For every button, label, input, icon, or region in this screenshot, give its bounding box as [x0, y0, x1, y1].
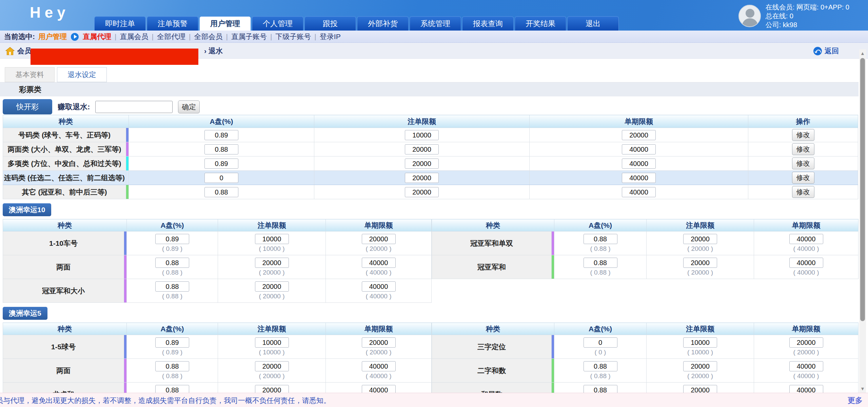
value-box[interactable]: 20000: [255, 361, 289, 371]
value-box[interactable]: 0.89: [204, 159, 238, 169]
value-box[interactable]: 0: [204, 173, 238, 183]
value-box[interactable]: 0.89: [155, 234, 189, 244]
value-box[interactable]: 40000: [362, 361, 396, 371]
nav-tab-2[interactable]: 注单预警: [147, 16, 198, 31]
scrollbar-thumb[interactable]: [860, 58, 865, 321]
category-cell: 号码类 (球号、车号、正码等): [3, 128, 126, 142]
nav-tab-6[interactable]: 外部补货: [357, 16, 409, 31]
subnav-item[interactable]: 登录IP: [320, 33, 341, 40]
modify-button[interactable]: 修改: [792, 143, 814, 155]
value-box[interactable]: 40000: [622, 173, 656, 183]
value-cell: 20000: [314, 171, 530, 185]
value-box[interactable]: 0.88: [204, 187, 238, 197]
previous-value: ( 40000 ): [326, 293, 431, 300]
value-box[interactable]: 0.88: [584, 361, 617, 371]
subnav-item[interactable]: 下级子账号: [275, 33, 311, 40]
subnav-item[interactable]: 直属会员: [120, 33, 148, 40]
lucky5-tag[interactable]: 澳洲幸运5: [3, 307, 47, 320]
scroll-down-icon[interactable]: ▼: [859, 385, 866, 392]
col-header: 单期限额: [754, 219, 859, 232]
category-cell: 两面类 (大小、单双、龙虎、三军等): [3, 142, 126, 156]
lucky10-tables: 种类A盘(%)注单限额单期限额1-10车号0.89( 0.89 )10000( …: [3, 219, 859, 303]
value-box[interactable]: 20000: [362, 337, 396, 348]
col-header: A盘(%): [554, 219, 647, 232]
value-box[interactable]: 0.88: [155, 361, 189, 371]
value-box[interactable]: 10000: [683, 337, 717, 348]
lucky10-tag[interactable]: 澳洲幸运10: [3, 203, 51, 216]
home-icon: [5, 47, 15, 56]
value-box[interactable]: 20000: [255, 258, 289, 268]
value-box[interactable]: 40000: [789, 361, 823, 371]
value-box[interactable]: 20000: [405, 159, 439, 169]
value-box[interactable]: 40000: [789, 258, 823, 268]
back-button[interactable]: ⤺ 返回: [813, 46, 839, 56]
subnav-item[interactable]: 全部会员: [194, 33, 222, 40]
subnav-item[interactable]: 全部代理: [157, 33, 185, 40]
value-box[interactable]: 20000: [683, 361, 717, 371]
category-color-bar: [124, 232, 127, 255]
value-box[interactable]: 0.88: [155, 281, 189, 292]
modify-button[interactable]: 修改: [792, 158, 814, 169]
value-box[interactable]: 20000: [622, 130, 656, 140]
value-box[interactable]: 20000: [255, 281, 289, 292]
page-tab-2[interactable]: 退水设定: [57, 67, 107, 82]
previous-value: ( 20000 ): [218, 372, 326, 380]
category-cell: 两面: [3, 255, 124, 279]
nav-tab-7[interactable]: 系统管理: [410, 16, 461, 31]
nav-tab-1[interactable]: 即时注单: [94, 16, 146, 31]
value-box[interactable]: 0.88: [204, 144, 238, 154]
value-box[interactable]: 40000: [362, 258, 396, 268]
action-cell: 修改: [748, 185, 858, 199]
value-box[interactable]: 20000: [683, 258, 717, 268]
value-box[interactable]: 20000: [683, 234, 717, 244]
category-color-bar: [124, 359, 127, 383]
quick-lottery-button[interactable]: 快开彩: [3, 99, 52, 114]
value-box[interactable]: 40000: [622, 159, 656, 169]
value-box[interactable]: 40000: [362, 281, 396, 292]
value-box[interactable]: 0: [584, 337, 617, 348]
table-row: 冠亚军和0.88( 0.88 )20000( 20000 )40000( 400…: [432, 255, 859, 279]
value-box[interactable]: 10000: [255, 234, 289, 244]
previous-value: ( 20000 ): [326, 245, 431, 253]
value-box[interactable]: 0.89: [204, 130, 238, 140]
subnav-item-active[interactable]: 直属代理: [83, 32, 111, 41]
page-tab-1[interactable]: 基本资料: [5, 67, 55, 82]
confirm-button[interactable]: 确定: [178, 100, 200, 113]
nav-tab-3[interactable]: 用户管理: [199, 16, 251, 31]
modify-button[interactable]: 修改: [792, 186, 814, 198]
col-header: A盘(%): [127, 323, 218, 335]
previous-value: ( 40000 ): [754, 269, 858, 276]
value-box[interactable]: 40000: [622, 187, 656, 197]
value-cell: 0.88( 0.88 ): [554, 255, 647, 279]
subnav-separator: |: [152, 33, 153, 40]
vertical-scrollbar[interactable]: ▲ ▼: [859, 49, 866, 393]
value-cell: 0.88( 0.88 ): [554, 359, 647, 383]
value-box[interactable]: 40000: [622, 144, 656, 154]
value-box[interactable]: 0.88: [155, 258, 189, 268]
previous-value: ( 20000 ): [754, 349, 858, 356]
value-box[interactable]: 20000: [405, 187, 439, 197]
nav-tab-10[interactable]: 退出: [567, 16, 619, 31]
subnav-item[interactable]: 直属子账号: [231, 33, 267, 40]
nav-tab-5[interactable]: 跟投: [304, 16, 356, 31]
value-box[interactable]: 20000: [405, 173, 439, 183]
value-box[interactable]: 40000: [789, 234, 823, 244]
value-box[interactable]: 10000: [255, 337, 289, 348]
col-header: 操作: [748, 115, 858, 128]
nav-tab-9[interactable]: 开奖结果: [515, 16, 566, 31]
value-box[interactable]: 20000: [789, 337, 823, 348]
value-box[interactable]: 20000: [405, 144, 439, 154]
more-link[interactable]: 更多: [848, 395, 863, 406]
modify-button[interactable]: 修改: [792, 129, 814, 141]
nav-tab-8[interactable]: 报表查询: [462, 16, 514, 31]
scroll-up-icon[interactable]: ▲: [859, 50, 866, 57]
value-box[interactable]: 10000: [405, 130, 439, 140]
previous-value: ( 0.88 ): [554, 245, 646, 253]
modify-button[interactable]: 修改: [792, 172, 814, 184]
nav-tab-4[interactable]: 个人管理: [252, 16, 303, 31]
value-box[interactable]: 0.88: [584, 234, 617, 244]
rebate-input[interactable]: [95, 101, 173, 113]
value-box[interactable]: 0.88: [584, 258, 617, 268]
value-box[interactable]: 0.89: [155, 337, 189, 348]
value-box[interactable]: 20000: [362, 234, 396, 244]
